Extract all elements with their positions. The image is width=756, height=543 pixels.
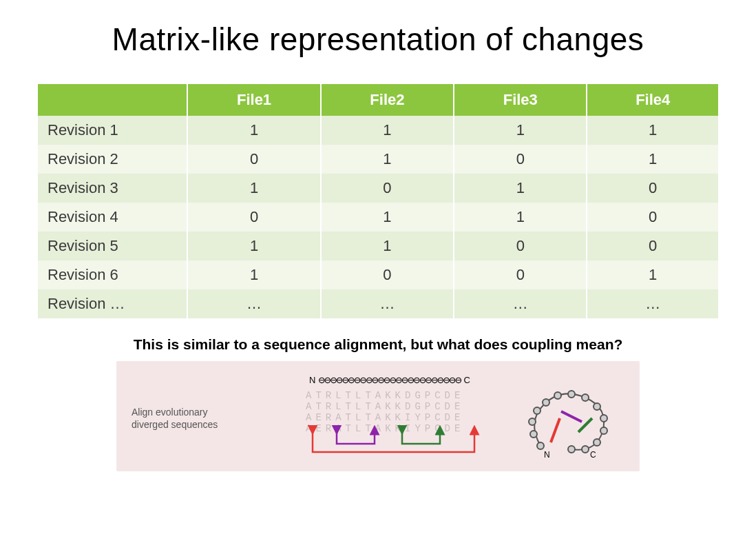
seq-line: ATRLTLTAKKDGPCDE xyxy=(306,401,464,412)
cell: 1 xyxy=(187,260,320,289)
svg-point-11 xyxy=(594,439,600,446)
cell: 1 xyxy=(321,232,454,260)
header-file3: File3 xyxy=(454,84,587,116)
align-label-line2: diverged sequences xyxy=(132,419,218,430)
svg-point-1 xyxy=(530,431,537,438)
cell: … xyxy=(454,289,587,318)
svg-point-13 xyxy=(568,446,575,453)
table-header-row: File1 File2 File3 File4 xyxy=(38,84,718,116)
seq-line: AERATLTAKKIYPCDE xyxy=(306,412,464,423)
svg-point-10 xyxy=(600,427,607,434)
cell: 1 xyxy=(321,145,454,174)
svg-line-15 xyxy=(561,411,582,422)
cell: 1 xyxy=(187,232,320,260)
cell: … xyxy=(321,289,454,318)
table-row: Revision 4 0 1 1 0 xyxy=(38,203,718,232)
header-file4: File4 xyxy=(587,84,718,116)
mol-c-label: C xyxy=(590,450,596,460)
svg-point-6 xyxy=(568,391,575,398)
align-label: Align evolutionary diverged sequences xyxy=(132,407,218,431)
sequence-alignment-diagram: Align evolutionary diverged sequences N … xyxy=(116,361,640,471)
cell: 0 xyxy=(454,232,587,260)
seq-line: ATRLTLTAKKDGPCDE xyxy=(306,390,464,401)
header-blank xyxy=(38,84,187,116)
chain-c-terminus: C xyxy=(464,375,470,385)
row-label: Revision 5 xyxy=(38,232,187,260)
svg-point-9 xyxy=(600,415,607,422)
table-row: Revision 6 1 0 0 1 xyxy=(38,260,718,289)
chain-beads: ⊖⊖⊖⊖⊖⊖⊖⊖⊖⊖⊖⊖⊖⊖⊖⊖⊖⊖⊖⊖⊖⊖⊖⊖ xyxy=(318,373,461,387)
cell: 0 xyxy=(321,260,454,289)
cell: … xyxy=(587,289,718,318)
cell: 0 xyxy=(587,203,718,232)
table-row: Revision 2 0 1 0 1 xyxy=(38,145,718,174)
table-row: Revision 1 1 1 1 1 xyxy=(38,116,718,145)
cell: 0 xyxy=(454,260,587,289)
svg-point-0 xyxy=(537,442,544,449)
svg-point-12 xyxy=(582,446,589,453)
cell: 1 xyxy=(321,203,454,232)
slide-title: Matrix-like representation of changes xyxy=(38,21,718,58)
row-label: Revision 2 xyxy=(38,145,187,174)
table-row: Revision 3 1 0 1 0 xyxy=(38,174,718,203)
cell: 1 xyxy=(587,260,718,289)
caption-text: This is similar to a sequence alignment,… xyxy=(38,336,718,353)
cell: 0 xyxy=(587,232,718,260)
header-file2: File2 xyxy=(321,84,454,116)
cell: 1 xyxy=(587,116,718,145)
svg-point-4 xyxy=(543,399,549,406)
cell: 1 xyxy=(187,116,320,145)
cell: 1 xyxy=(587,145,718,174)
row-label: Revision 4 xyxy=(38,203,187,232)
cell: 0 xyxy=(187,145,320,174)
svg-point-5 xyxy=(554,392,561,399)
folded-protein-icon: N C xyxy=(520,380,623,463)
cell: 0 xyxy=(321,174,454,203)
slide-container: Matrix-like representation of changes Fi… xyxy=(0,0,756,543)
cell: 1 xyxy=(321,116,454,145)
protein-chain: N ⊖⊖⊖⊖⊖⊖⊖⊖⊖⊖⊖⊖⊖⊖⊖⊖⊖⊖⊖⊖⊖⊖⊖⊖ C xyxy=(309,373,470,387)
table-row: Revision … … … … … xyxy=(38,289,718,318)
svg-point-7 xyxy=(582,394,589,401)
cell: … xyxy=(187,289,320,318)
cell: 1 xyxy=(454,174,587,203)
mol-n-label: N xyxy=(544,450,550,460)
cell: 1 xyxy=(454,203,587,232)
cell: 0 xyxy=(187,203,320,232)
svg-point-3 xyxy=(534,407,540,414)
coupling-arrows-icon xyxy=(299,424,492,462)
row-label: Revision 1 xyxy=(38,116,187,145)
row-label: Revision 6 xyxy=(38,260,187,289)
chain-n-terminus: N xyxy=(309,375,315,385)
header-file1: File1 xyxy=(187,84,320,116)
row-label: Revision … xyxy=(38,289,187,318)
svg-point-2 xyxy=(529,418,536,425)
table-row: Revision 5 1 1 0 0 xyxy=(38,232,718,260)
cell: 0 xyxy=(587,174,718,203)
table-body: Revision 1 1 1 1 1 Revision 2 0 1 0 1 Re… xyxy=(38,116,718,318)
cell: 1 xyxy=(187,174,320,203)
revision-matrix-table: File1 File2 File3 File4 Revision 1 1 1 1… xyxy=(38,84,718,318)
row-label: Revision 3 xyxy=(38,174,187,203)
cell: 1 xyxy=(454,116,587,145)
svg-point-8 xyxy=(594,403,600,410)
svg-line-14 xyxy=(551,418,560,442)
align-label-line1: Align evolutionary xyxy=(132,407,208,418)
cell: 0 xyxy=(454,145,587,174)
